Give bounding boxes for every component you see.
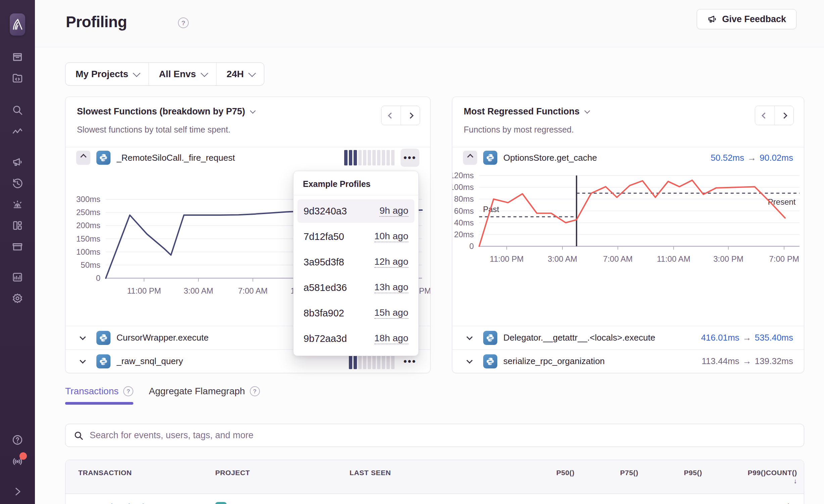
profile-item[interactable]: 7d12fa50 10h ago xyxy=(297,225,414,248)
function-name[interactable]: CursorWrapper.execute xyxy=(117,333,209,343)
profile-item[interactable]: a581ed36 13h ago xyxy=(297,276,414,299)
prev-page-button[interactable] xyxy=(381,106,401,125)
chevron-down-icon xyxy=(80,334,86,340)
col-last-seen[interactable]: LAST SEEN xyxy=(350,460,511,494)
col-transaction[interactable]: TRANSACTION xyxy=(65,460,215,494)
most-regressed-title[interactable]: Most Regressed Functions xyxy=(464,106,588,117)
aggregate-flamegraph-help-icon[interactable]: ? xyxy=(250,386,260,396)
profiling-help-icon[interactable]: ? xyxy=(178,17,189,28)
most-regressed-chart[interactable]: 020ms40ms60ms80ms100ms120ms11:00 PM3:00 … xyxy=(452,164,804,275)
help-icon[interactable] xyxy=(11,434,24,446)
svg-text:7:00 AM: 7:00 AM xyxy=(238,286,268,295)
insights-icon[interactable] xyxy=(11,241,24,253)
issues-icon[interactable] xyxy=(11,51,24,63)
page-header: Profiling ? Give Feedback xyxy=(35,0,824,47)
profile-age-link[interactable]: 10h ago xyxy=(374,231,408,242)
chevron-down-icon xyxy=(133,69,141,77)
svg-text:100ms: 100ms xyxy=(76,247,100,256)
notification-dot xyxy=(19,452,27,460)
performance-icon[interactable] xyxy=(11,125,24,137)
profile-item[interactable]: 9d3240a3 9h ago xyxy=(297,199,414,223)
after-value[interactable]: 90.02ms xyxy=(760,153,793,163)
regression-values: 416.01ms→535.40ms xyxy=(701,333,793,343)
next-page-button[interactable] xyxy=(401,106,420,125)
project-link[interactable]: seer xyxy=(231,502,248,504)
col-p50[interactable]: P50() xyxy=(511,460,575,494)
replays-icon[interactable] xyxy=(11,177,24,189)
chevron-up-icon xyxy=(467,154,473,160)
function-name[interactable]: serialize_rpc_organization xyxy=(503,356,605,366)
col-p99[interactable]: P99() xyxy=(702,460,766,494)
regression-values: 50.52ms→90.02ms xyxy=(711,153,793,163)
profile-age-link[interactable]: 9h ago xyxy=(379,205,408,217)
transactions-help-icon[interactable]: ? xyxy=(123,386,133,396)
chevron-left-icon xyxy=(762,112,768,118)
profile-age-link[interactable]: 15h ago xyxy=(374,307,408,319)
search-input[interactable] xyxy=(90,430,796,441)
tab-transactions[interactable]: Transactions ? xyxy=(65,386,133,405)
settings-icon[interactable] xyxy=(11,292,24,304)
tab-aggregate-flamegraph-label: Aggregate Flamegraph xyxy=(149,386,245,397)
chevron-down-icon xyxy=(200,69,208,77)
sentry-logo[interactable] xyxy=(10,13,25,36)
whats-new-icon[interactable] xyxy=(11,455,24,467)
profile-item[interactable]: 8b3fa902 15h ago xyxy=(297,301,414,325)
regression-values: 113.44ms→139.32ms xyxy=(702,356,793,366)
last-seen-value: Apr 1 2025 9:28:38 PM xyxy=(350,494,511,504)
most-regressed-header: Most Regressed Functions Functions by mo… xyxy=(452,97,804,147)
collapse-sidebar-icon[interactable] xyxy=(11,486,24,498)
table-header-row: TRANSACTION PROJECT LAST SEEN P50() P75(… xyxy=(65,460,804,494)
page-title: Profiling xyxy=(66,13,127,31)
collapse-row-button[interactable] xyxy=(463,151,477,165)
alerts-icon[interactable] xyxy=(11,198,24,210)
give-feedback-button[interactable]: Give Feedback xyxy=(697,9,796,29)
prev-page-button[interactable] xyxy=(755,106,774,125)
tab-aggregate-flamegraph[interactable]: Aggregate Flamegraph ? xyxy=(149,386,260,405)
after-value[interactable]: 535.40ms xyxy=(755,333,793,343)
python-icon xyxy=(96,331,110,345)
function-name[interactable]: _RemoteSiloCall._fire_request xyxy=(117,153,235,163)
expand-row-button[interactable] xyxy=(463,331,477,345)
expand-row-button[interactable] xyxy=(76,354,90,368)
profile-age-link[interactable]: 12h ago xyxy=(374,256,408,268)
slowest-functions-title[interactable]: Slowest Functions (breakdown by P75) xyxy=(77,106,254,117)
search-icon[interactable] xyxy=(11,104,24,116)
megaphone-icon xyxy=(707,14,717,24)
col-count[interactable]: COUNT() ↓ xyxy=(766,460,804,494)
next-page-button[interactable] xyxy=(774,106,793,125)
profile-age-link[interactable]: 13h ago xyxy=(374,282,408,293)
function-name[interactable]: OptionsStore.get_cache xyxy=(503,153,597,163)
slowest-functions-header: Slowest Functions (breakdown by P75) Slo… xyxy=(65,97,430,147)
date-range-filter[interactable]: 24H xyxy=(216,63,264,85)
expand-row-button[interactable] xyxy=(76,331,90,345)
function-name[interactable]: _raw_snql_query xyxy=(117,356,183,366)
seer-project-icon xyxy=(215,502,227,504)
expand-row-button[interactable] xyxy=(463,354,477,368)
svg-text:300ms: 300ms xyxy=(76,195,100,204)
environment-filter-label: All Envs xyxy=(159,69,196,80)
profile-item[interactable]: 9b72aa3d 18h ago xyxy=(297,327,414,350)
before-value[interactable]: 50.52ms xyxy=(711,153,744,163)
col-p75[interactable]: P75() xyxy=(575,460,638,494)
col-project[interactable]: PROJECT xyxy=(215,460,350,494)
p95-value: 26.00ms xyxy=(638,494,702,504)
profile-id: a581ed36 xyxy=(304,282,347,293)
row-actions-button[interactable]: ••• xyxy=(401,149,419,167)
dashboards-icon[interactable] xyxy=(11,219,24,232)
transaction-link[interactable]: app.ready._check xyxy=(65,494,215,504)
stats-icon[interactable] xyxy=(11,271,24,283)
col-count-label: COUNT() xyxy=(766,469,797,476)
profile-item[interactable]: 3a95d3f8 12h ago xyxy=(297,250,414,274)
function-row: Delegator.__getattr__.<locals>.execute 4… xyxy=(452,326,804,349)
profile-age-link[interactable]: 18h ago xyxy=(374,333,408,344)
feedback-icon[interactable] xyxy=(11,156,24,168)
function-name[interactable]: Delegator.__getattr__.<locals>.execute xyxy=(503,333,655,343)
explore-icon[interactable] xyxy=(11,72,24,84)
collapse-row-button[interactable] xyxy=(76,151,90,165)
chevron-left-icon xyxy=(388,112,394,118)
chevron-down-icon xyxy=(466,357,472,363)
col-p95[interactable]: P95() xyxy=(638,460,702,494)
project-filter[interactable]: My Projects xyxy=(65,63,148,85)
before-value[interactable]: 416.01ms xyxy=(701,333,739,343)
environment-filter[interactable]: All Envs xyxy=(148,63,216,85)
